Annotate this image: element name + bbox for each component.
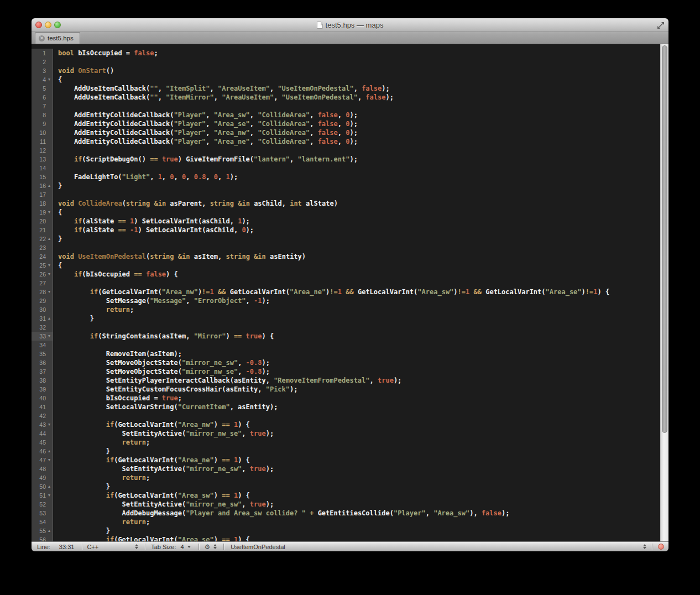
syntax-selector[interactable]: C++	[87, 544, 98, 550]
code-text[interactable]: SetEntityActive("mirror_nw_se", true);	[53, 429, 660, 438]
code-text[interactable]: RemoveItem(asItem);	[53, 349, 660, 358]
code-text[interactable]	[53, 323, 660, 332]
code-line[interactable]: 26▾ if(bIsOccupied == false) {	[32, 270, 660, 279]
code-line[interactable]: 2	[32, 58, 660, 66]
code-line[interactable]: 11 AddEntityCollideCallback("Player", "A…	[32, 137, 660, 146]
code-line[interactable]: 14	[32, 164, 660, 173]
code-text[interactable]: SetEntityPlayerInteractCallback(asEntity…	[53, 376, 660, 385]
code-line[interactable]: 10 AddEntityCollideCallback("Player", "A…	[32, 128, 660, 137]
code-line[interactable]: 45 return;	[32, 438, 660, 447]
code-line[interactable]: 28▾ if(GetLocalVarInt("Area_nw")!=1 && G…	[32, 288, 660, 296]
code-text[interactable]: AddEntityCollideCallback("Player", "Area…	[53, 137, 660, 146]
code-text[interactable]: SetEntityActive("mirror_ne_sw", true);	[53, 464, 660, 473]
code-line[interactable]: 43▾ if(GetLocalVarInt("Area_nw") == 1) {	[32, 420, 660, 429]
code-line[interactable]: 5 AddUseItemCallback("", "ItemSplit", "A…	[32, 84, 660, 93]
syntax-stepper-icon[interactable]	[135, 544, 138, 549]
fold-open-icon[interactable]: ▾	[46, 75, 53, 84]
code-line[interactable]: 55▴ }	[32, 526, 660, 535]
code-line[interactable]: 17	[32, 190, 660, 199]
code-line[interactable]: 3void OnStart()	[32, 66, 660, 75]
tab-size-value[interactable]: 4	[180, 544, 184, 550]
fold-open-icon[interactable]: ▾	[46, 208, 53, 217]
tab-test5[interactable]: ✕ test5.hps	[35, 32, 80, 44]
code-text[interactable]: AddUseItemCallback("", "ItemSplit", "Are…	[53, 84, 660, 93]
code-line[interactable]: 56 if(GetLocalVarInt("Area_se") == 1) {	[32, 535, 660, 541]
tab-size-caret-icon[interactable]	[187, 546, 191, 548]
code-text[interactable]: }	[53, 234, 660, 243]
code-text[interactable]: }	[53, 447, 660, 456]
code-text[interactable]: if(GetLocalVarInt("Area_se") == 1) {	[53, 535, 660, 541]
code-text[interactable]: if(GetLocalVarInt("Area_nw")!=1 && GetLo…	[53, 288, 660, 296]
code-text[interactable]	[53, 279, 660, 288]
code-text[interactable]	[53, 411, 660, 420]
code-line[interactable]: 12	[32, 146, 660, 155]
vertical-scrollbar[interactable]	[660, 44, 668, 541]
code-line[interactable]: 35 RemoveItem(asItem);	[32, 349, 660, 358]
code-line[interactable]: 32	[32, 323, 660, 332]
scrollbar-thumb[interactable]	[662, 45, 667, 433]
code-text[interactable]: SetMoveObjectState("mirror_ne_sw", -0.8)…	[53, 358, 660, 367]
code-line[interactable]: 25▾{	[32, 261, 660, 270]
fold-close-icon[interactable]: ▴	[46, 234, 53, 243]
code-text[interactable]: {	[53, 75, 660, 84]
fold-open-icon[interactable]: ▾	[46, 270, 53, 279]
right-stepper-icon[interactable]	[643, 544, 646, 549]
code-text[interactable]	[53, 102, 660, 111]
code-text[interactable]: AddUseItemCallback("", "ItemMirror", "Ar…	[53, 93, 660, 102]
fold-open-icon[interactable]: ▾	[46, 288, 53, 296]
code-text[interactable]: }	[53, 181, 660, 190]
code-text[interactable]: if(StringContains(asItem, "Mirror") == t…	[53, 332, 660, 341]
code-line[interactable]: 22▴}	[32, 234, 660, 243]
code-line[interactable]: 8 AddEntityCollideCallback("Player", "Ar…	[32, 111, 660, 119]
code-line[interactable]: 7	[32, 102, 660, 111]
code-line[interactable]: 19▾{	[32, 208, 660, 217]
code-text[interactable]: AddEntityCollideCallback("Player", "Area…	[53, 111, 660, 119]
code-line[interactable]: 21 if(alState == -1) SetLocalVarInt(asCh…	[32, 226, 660, 234]
code-line[interactable]: 34	[32, 341, 660, 349]
code-text[interactable]: SetLocalVarString("CurrentItem", asEntit…	[53, 403, 660, 411]
code-text[interactable]: void UseItemOnPedestal(string &in asItem…	[53, 252, 660, 261]
code-text[interactable]	[53, 58, 660, 66]
code-line[interactable]: 1bool bIsOccupied = false;	[32, 49, 660, 58]
code-line[interactable]: 30 return;	[32, 305, 660, 314]
code-line[interactable]: 16▴}	[32, 181, 660, 190]
code-line[interactable]: 37 SetMoveObjectState("mirror_nw_se", -0…	[32, 367, 660, 376]
fold-close-icon[interactable]: ▴	[46, 314, 53, 323]
fold-close-icon[interactable]: ▴	[46, 482, 53, 491]
code-text[interactable]: return;	[53, 473, 660, 482]
code-text[interactable]: FadeLightTo("Light", 1, 0, 0, 0.8, 0, 1)…	[53, 173, 660, 181]
code-line[interactable]: 38 SetEntityPlayerInteractCallback(asEnt…	[32, 376, 660, 385]
code-text[interactable]: void OnStart()	[53, 66, 660, 75]
code-text[interactable]: {	[53, 261, 660, 270]
code-text[interactable]: void CollideArea(string &in asParent, st…	[53, 199, 660, 208]
code-text[interactable]	[53, 146, 660, 155]
fold-open-icon[interactable]: ▾	[46, 332, 53, 341]
tab-close-icon[interactable]: ✕	[39, 35, 45, 41]
code-text[interactable]: if(alState == 1) SetLocalVarInt(asChild,…	[53, 217, 660, 226]
code-line[interactable]: 9 AddEntityCollideCallback("Player", "Ar…	[32, 119, 660, 128]
code-text[interactable]	[53, 341, 660, 349]
code-line[interactable]: 49 return;	[32, 473, 660, 482]
fold-open-icon[interactable]: ▾	[46, 261, 53, 270]
code-line[interactable]: 33▾ if(StringContains(asItem, "Mirror") …	[32, 332, 660, 341]
code-line[interactable]: 23	[32, 243, 660, 252]
code-text[interactable]: AddDebugMessage("Player and Area_sw coll…	[53, 509, 660, 518]
code-text[interactable]: SetEntityActive("mirror_ne_sw", true);	[53, 500, 660, 509]
fold-close-icon[interactable]: ▴	[46, 447, 53, 456]
code-line[interactable]: 15 FadeLightTo("Light", 1, 0, 0, 0.8, 0,…	[32, 173, 660, 181]
code-line[interactable]: 20 if(alState == 1) SetLocalVarInt(asChi…	[32, 217, 660, 226]
code-line[interactable]: 54 return;	[32, 518, 660, 526]
code-line[interactable]: 24void UseItemOnPedestal(string &in asIt…	[32, 252, 660, 261]
code-line[interactable]: 39 SetEntityCustomFocusCrossHair(asEntit…	[32, 385, 660, 394]
code-text[interactable]: if(bIsOccupied == false) {	[53, 270, 660, 279]
code-text[interactable]: SetMessage("Message", "ErrorObject", -1)…	[53, 296, 660, 305]
title-bar[interactable]: test5.hps — maps	[32, 18, 668, 32]
fold-open-icon[interactable]: ▾	[46, 491, 53, 500]
code-text[interactable]: return;	[53, 518, 660, 526]
fold-close-icon[interactable]: ▴	[46, 526, 53, 535]
code-line[interactable]: 6 AddUseItemCallback("", "ItemMirror", "…	[32, 93, 660, 102]
code-line[interactable]: 48 SetEntityActive("mirror_ne_sw", true)…	[32, 464, 660, 473]
code-text[interactable]: return;	[53, 438, 660, 447]
code-line[interactable]: 13 if(ScriptDebugOn() == true) GiveItemF…	[32, 155, 660, 164]
code-line[interactable]: 41 SetLocalVarString("CurrentItem", asEn…	[32, 403, 660, 411]
